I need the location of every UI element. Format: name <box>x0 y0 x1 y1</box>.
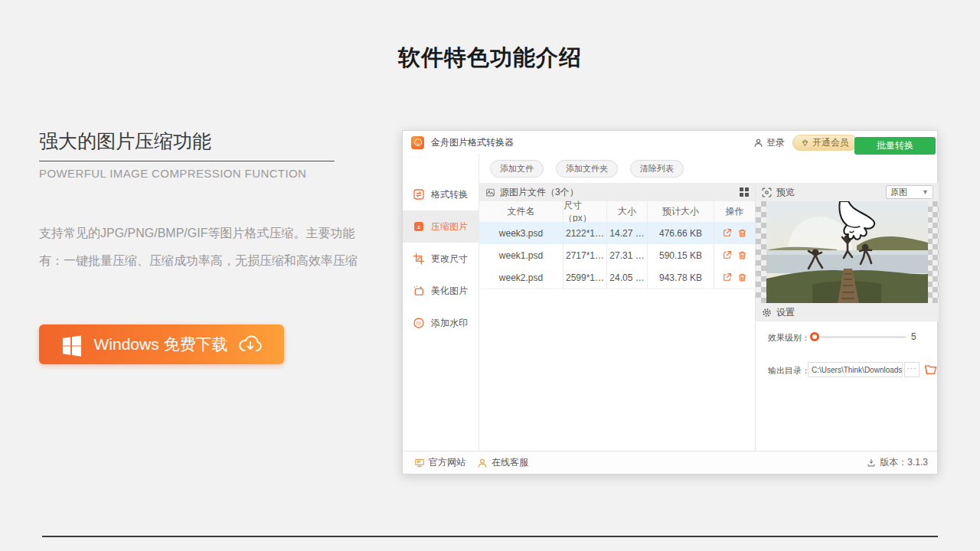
svg-text:印: 印 <box>416 321 421 326</box>
feature-subheading: POWERFUL IMAGE COMPRESSION FUNCTION <box>39 167 376 180</box>
clear-list-button[interactable]: 清除列表 <box>630 160 684 178</box>
sidebar-item-format-convert[interactable]: 格式转换 <box>403 178 479 210</box>
open-folder-icon[interactable] <box>924 363 937 376</box>
watermark-icon: 印 <box>413 317 425 329</box>
gear-icon <box>762 308 772 318</box>
version-label: 版本：3.1.3 <box>880 456 928 469</box>
vip-membership-button[interactable]: 开通会员 <box>792 135 858 151</box>
cell-dimensions: 2599*1… <box>564 266 607 289</box>
browse-button[interactable]: ··· <box>904 362 920 377</box>
login-button[interactable]: 登录 <box>753 136 785 149</box>
sidebar: 格式转换 z 压缩图片 更改尺寸 美化图片 印 添加水印 <box>403 154 479 452</box>
table-row[interactable]: week3.psd 2122*1… 14.27 … 476.66 KB <box>479 222 755 245</box>
online-support-link[interactable]: 在线客服 <box>477 456 528 469</box>
cell-filename: week3.psd <box>479 222 564 244</box>
settings-title: 设置 <box>776 306 795 319</box>
cell-estimated-size: 476.66 KB <box>648 222 714 244</box>
app-footer: 官方网站 在线客服 版本：3.1.3 <box>403 451 937 474</box>
svg-text:z: z <box>417 223 420 230</box>
slider-handle[interactable] <box>810 332 819 341</box>
delete-file-icon[interactable] <box>737 250 747 260</box>
sidebar-item-watermark[interactable]: 印 添加水印 <box>403 307 479 339</box>
open-file-icon[interactable] <box>722 250 732 260</box>
version-download-icon <box>867 458 876 468</box>
open-file-icon[interactable] <box>722 272 732 282</box>
sidebar-item-beautify[interactable]: 美化图片 <box>403 275 479 307</box>
feature-description-line1: 支持常见的JPG/PNG/BMP/GIF等图片格式压缩。主要功能 <box>39 220 376 247</box>
cell-size: 14.27 … <box>607 222 648 244</box>
column-header-size: 大小 <box>607 201 648 222</box>
chevron-down-icon: ▼ <box>922 188 929 196</box>
feature-block: 强大的图片压缩功能 POWERFUL IMAGE COMPRESSION FUN… <box>39 129 376 275</box>
feature-heading: 强大的图片压缩功能 <box>39 129 335 161</box>
sidebar-item-compress-image[interactable]: z 压缩图片 <box>403 210 479 243</box>
sidebar-item-label: 格式转换 <box>431 188 468 201</box>
preview-area <box>756 201 939 303</box>
batch-convert-button[interactable]: 批量转换 <box>854 137 936 155</box>
online-support-label: 在线客服 <box>492 456 528 469</box>
table-header: 文件名 尺寸（px） 大小 预计大小 操作 <box>479 201 755 223</box>
cloud-download-icon <box>237 334 263 354</box>
official-website-label: 官方网站 <box>429 456 466 469</box>
vip-label: 开通会员 <box>812 136 849 149</box>
official-website-link[interactable]: 官方网站 <box>414 456 466 469</box>
compress-image-icon: z <box>413 220 425 233</box>
add-file-button[interactable]: 添加文件 <box>490 160 544 178</box>
image-file-icon <box>485 187 495 197</box>
page: 软件特色功能介绍 强大的图片压缩功能 POWERFUL IMAGE COMPRE… <box>0 0 980 551</box>
table-row[interactable]: week1.psd 2717*1… 27.31 … 590.15 KB <box>479 244 755 267</box>
cell-filename: week2.psd <box>479 266 564 289</box>
page-title: 软件特色功能介绍 <box>0 43 980 73</box>
monitor-icon <box>414 458 425 468</box>
sidebar-item-label: 添加水印 <box>431 317 468 330</box>
open-file-icon[interactable] <box>722 228 732 238</box>
windows-download-button[interactable]: Windows 免费下载 <box>39 324 284 364</box>
cell-operations <box>714 222 755 244</box>
preview-eye-icon <box>762 187 772 197</box>
windows-download-label: Windows 免费下载 <box>93 334 227 355</box>
add-folder-button[interactable]: 添加文件夹 <box>556 160 618 178</box>
cell-operations <box>714 244 755 266</box>
preview-image <box>766 201 928 303</box>
delete-file-icon[interactable] <box>737 228 747 238</box>
effect-level-value: 5 <box>911 331 916 342</box>
app-logo-icon <box>411 136 424 149</box>
output-directory-label: 输出目录： <box>768 365 810 377</box>
sidebar-item-label: 压缩图片 <box>431 220 468 233</box>
effect-level-slider[interactable] <box>812 336 906 338</box>
bottom-divider <box>42 536 938 537</box>
gem-icon <box>801 139 809 147</box>
beautify-image-icon <box>413 285 425 297</box>
cell-estimated-size: 943.78 KB <box>648 266 714 289</box>
app-window: 金舟图片格式转换器 登录 开通会员 ≡ ─ □ ✕ <box>402 130 938 474</box>
cell-size: 27.31 … <box>607 244 648 266</box>
preview-mode-select[interactable]: 原图 ▼ <box>886 185 933 199</box>
settings-panel-header: 设置 <box>756 303 939 321</box>
grid-view-icon[interactable] <box>740 187 749 197</box>
output-directory-input[interactable]: C:\Users\Think\Downloads <box>808 362 903 377</box>
cell-filename: week1.psd <box>479 244 564 266</box>
sidebar-item-label: 更改尺寸 <box>431 253 468 266</box>
cell-dimensions: 2122*1… <box>564 222 607 244</box>
cell-size: 24.05 … <box>607 266 648 289</box>
feature-description: 支持常见的JPG/PNG/BMP/GIF等图片格式压缩。主要功能 有：一键批量压… <box>39 220 376 275</box>
user-icon <box>753 138 763 148</box>
sidebar-item-resize[interactable]: 更改尺寸 <box>403 243 479 275</box>
window-title: 金舟图片格式转换器 <box>431 136 514 149</box>
format-convert-icon <box>413 188 425 201</box>
cell-dimensions: 2717*1… <box>564 244 607 266</box>
version-info[interactable]: 版本：3.1.3 <box>867 456 928 469</box>
filelist-panel-title: 源图片文件（3个） <box>500 186 579 199</box>
preview-title: 预览 <box>776 186 795 199</box>
output-directory-row: 输出目录： C:\Users\Think\Downloads ··· <box>756 360 939 379</box>
delete-file-icon[interactable] <box>737 272 747 282</box>
table-row[interactable]: week2.psd 2599*1… 24.05 … 943.78 KB <box>479 266 755 289</box>
windows-logo-icon <box>60 332 84 357</box>
cell-estimated-size: 590.15 KB <box>648 244 714 266</box>
login-label: 登录 <box>766 136 785 149</box>
effect-level-row: 效果级别： 5 <box>756 328 939 347</box>
column-header-name: 文件名 <box>479 201 564 222</box>
feature-description-line2: 有：一键批量压缩、压缩成功率高，无损压缩和高效率压缩 <box>39 247 376 275</box>
effect-level-label: 效果级别： <box>768 332 810 344</box>
column-header-estimated-size: 预计大小 <box>648 201 714 222</box>
